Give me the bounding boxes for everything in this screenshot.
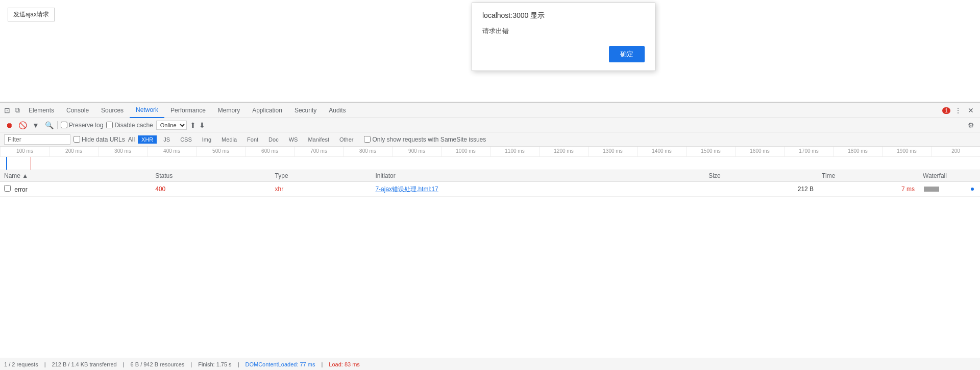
status-separator-1: | (44, 361, 46, 367)
filter-other[interactable]: Other (336, 135, 357, 144)
status-domcontent: DOMContentLoaded: 77 ms (245, 361, 315, 367)
filter-bar: Hide data URLs All XHR JS CSS Img Media … (0, 132, 980, 147)
dialog-message: 请求出错 (482, 27, 645, 36)
devtools-more-icon[interactable]: ⋮ (952, 105, 964, 115)
import-button[interactable]: ⬆ (190, 121, 196, 129)
cell-name: error (0, 182, 151, 197)
tab-elements[interactable]: Elements (22, 103, 60, 118)
dialog-ok-button[interactable]: 确定 (609, 46, 645, 62)
tab-sources[interactable]: Sources (95, 103, 130, 118)
dialog-title: localhost:3000 显示 (482, 11, 645, 20)
tab-console[interactable]: Console (60, 103, 95, 118)
filter-css[interactable]: CSS (177, 135, 195, 144)
filter-input[interactable] (4, 134, 70, 145)
clear-button[interactable]: 🚫 (17, 120, 28, 130)
cell-size: 212 B (704, 182, 818, 197)
filter-img[interactable]: Img (199, 135, 215, 144)
col-initiator[interactable]: Initiator (371, 170, 704, 182)
cell-waterfall (919, 182, 980, 197)
network-toolbar: ⏺ 🚫 ▼ 🔍 Preserve log Disable cache Onlin… (0, 118, 980, 132)
filter-manifest[interactable]: Manifest (304, 135, 333, 144)
col-size[interactable]: Size (704, 170, 818, 182)
hide-data-urls-label[interactable]: Hide data URLs (74, 136, 125, 143)
devtools-close-icon[interactable]: ✕ (966, 105, 976, 115)
filter-doc[interactable]: Doc (265, 135, 282, 144)
cell-time: 7 ms (818, 182, 919, 197)
devtools-panel: ⊡ ⧉ Elements Console Sources Network Per… (0, 102, 980, 370)
timeline-ticks: 100 ms 200 ms 300 ms 400 ms 500 ms 600 m… (0, 147, 980, 157)
timeline-bar: 100 ms 200 ms 300 ms 400 ms 500 ms 600 m… (0, 147, 980, 170)
samesite-label[interactable]: Only show requests with SameSite issues (364, 136, 486, 143)
cell-status: 400 (151, 182, 271, 197)
status-finish: Finish: 1.75 s (198, 361, 231, 367)
filter-ws[interactable]: WS (285, 135, 302, 144)
col-name[interactable]: Name ▲ (0, 170, 151, 182)
separator-1 (57, 121, 58, 129)
hide-data-urls-checkbox[interactable] (74, 136, 80, 143)
network-status-bar: 1 / 2 requests | 212 B / 1.4 KB transfer… (0, 358, 980, 370)
timeline-red-marker (31, 157, 31, 170)
status-separator-4: | (238, 361, 239, 367)
cell-type: xhr (271, 182, 372, 197)
tab-security[interactable]: Security (288, 103, 323, 118)
error-badge: 1 (942, 107, 950, 114)
throttle-select[interactable]: Online (156, 121, 187, 130)
filter-toggle-button[interactable]: ▼ (31, 120, 41, 130)
col-status[interactable]: Status (151, 170, 271, 182)
export-button[interactable]: ⬇ (199, 121, 205, 129)
timeline-blue-marker (6, 157, 7, 170)
tab-memory[interactable]: Memory (212, 103, 246, 118)
col-waterfall[interactable]: Waterfall (919, 170, 980, 182)
record-button[interactable]: ⏺ (4, 120, 14, 130)
network-table: Name ▲ Status Type Initiator Size Time W… (0, 170, 980, 197)
tab-performance[interactable]: Performance (164, 103, 212, 118)
filter-js[interactable]: JS (160, 135, 174, 144)
status-separator-3: | (190, 361, 192, 367)
status-resources: 6 B / 942 B resources (131, 361, 185, 367)
page-area: 发送ajax请求 localhost:3000 显示 请求出错 确定 (0, 0, 980, 102)
status-requests: 1 / 2 requests (4, 361, 38, 367)
cell-initiator[interactable]: 7-ajax错误处理.html:17 (371, 182, 704, 197)
status-separator-2: | (123, 361, 125, 367)
preserve-log-checkbox[interactable] (61, 122, 67, 128)
status-separator-5: | (321, 361, 323, 367)
dialog: localhost:3000 显示 请求出错 确定 (472, 3, 655, 71)
status-transferred: 212 B / 1.4 KB transferred (52, 361, 117, 367)
devtools-undock-icon[interactable]: ⧉ (12, 105, 22, 115)
row-checkbox[interactable] (4, 185, 11, 192)
devtools-dock-icon[interactable]: ⊡ (2, 105, 12, 115)
tab-audits[interactable]: Audits (323, 103, 352, 118)
table-row[interactable]: error 400 xhr 7-ajax错误处理.html:17 212 B 7… (0, 182, 980, 197)
devtools-tab-bar: ⊡ ⧉ Elements Console Sources Network Per… (0, 103, 980, 118)
tab-network[interactable]: Network (130, 103, 164, 118)
timeline-graph (0, 157, 980, 170)
search-button[interactable]: 🔍 (44, 120, 54, 130)
filter-media[interactable]: Media (218, 135, 240, 144)
status-load: Load: 83 ms (329, 361, 360, 367)
tab-application[interactable]: Application (246, 103, 288, 118)
col-type[interactable]: Type (271, 170, 372, 182)
filter-xhr[interactable]: XHR (138, 135, 157, 144)
col-time[interactable]: Time (818, 170, 919, 182)
disable-cache-label[interactable]: Disable cache (106, 122, 153, 129)
devtools-top-right: 1 ⋮ ✕ (942, 103, 976, 118)
preserve-log-label[interactable]: Preserve log (61, 122, 103, 129)
send-ajax-button[interactable]: 发送ajax请求 (8, 8, 55, 21)
network-settings-icon[interactable]: ⚙ (966, 120, 976, 130)
filter-font[interactable]: Font (243, 135, 262, 144)
network-table-container: Name ▲ Status Type Initiator Size Time W… (0, 170, 980, 358)
samesite-checkbox[interactable] (364, 136, 371, 143)
dialog-footer: 确定 (482, 46, 645, 62)
disable-cache-checkbox[interactable] (106, 122, 113, 128)
